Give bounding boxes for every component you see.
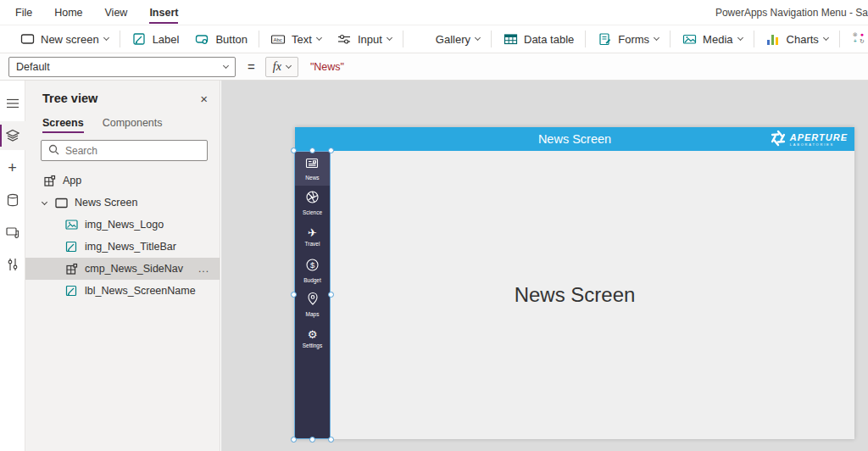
screen-icon <box>54 196 68 209</box>
tree-item-img-news-titlebar[interactable]: img_News_TitleBar <box>25 236 220 258</box>
search-input[interactable] <box>65 145 192 157</box>
search-box[interactable] <box>41 140 208 161</box>
canvas-workspace: News Screen <box>221 81 868 451</box>
resize-handle[interactable] <box>309 148 315 153</box>
ribbon-charts[interactable]: Charts <box>765 33 828 46</box>
title-bar-image[interactable]: News Screen <box>295 127 854 151</box>
nav-item-maps[interactable]: Maps <box>295 287 330 321</box>
powerapps-studio: File Home View Insert PowerApps Navigati… <box>0 0 868 451</box>
budget-icon: $ <box>305 258 320 276</box>
ribbon-data-table[interactable]: Data table <box>503 31 574 47</box>
studio-body: + Tree view × Screens Components <box>0 81 868 451</box>
tree-view-title: Tree view <box>42 92 97 105</box>
ribbon-button[interactable]: Button <box>194 31 248 47</box>
ribbon-text[interactable]: Abc Text <box>270 31 321 47</box>
ribbon-icons[interactable]: ⊗●+↻ Icons <box>851 31 868 47</box>
chevron-down-icon <box>654 35 659 41</box>
chevron-down-icon <box>823 35 829 41</box>
input-icon <box>337 31 352 47</box>
chevron-down-icon <box>223 62 229 68</box>
chevron-down-icon <box>316 35 322 41</box>
ribbon-input[interactable]: Input <box>337 31 392 47</box>
hamburger-icon[interactable] <box>0 89 25 118</box>
search-icon <box>48 143 59 159</box>
nav-item-travel[interactable]: ✈ Travel <box>295 220 330 253</box>
ribbon-separator <box>670 31 670 47</box>
tree-view-panel: Tree view × Screens Components App News … <box>25 81 220 451</box>
menu-bar: File Home View Insert PowerApps Navigati… <box>0 0 868 25</box>
app-icon <box>42 174 56 187</box>
svg-text:Abc: Abc <box>274 37 282 42</box>
tree-item-news-screen[interactable]: News Screen <box>25 192 220 214</box>
chevron-down-icon <box>387 35 392 41</box>
menu-insert[interactable]: Insert <box>149 7 178 19</box>
chevron-down-icon <box>103 35 109 41</box>
menu-file[interactable]: File <box>15 7 32 19</box>
tab-screens[interactable]: Screens <box>42 117 84 133</box>
close-icon[interactable]: × <box>200 92 208 105</box>
aperture-logo[interactable]: APERTURE LABORATORIES <box>770 130 848 150</box>
nav-item-news[interactable]: News <box>295 152 330 186</box>
resize-handle[interactable] <box>328 148 334 153</box>
media-pane-icon[interactable] <box>0 218 25 247</box>
menu-view[interactable]: View <box>105 7 128 19</box>
left-rail: + <box>0 81 25 451</box>
advanced-tools-icon[interactable] <box>0 250 25 279</box>
fx-button[interactable]: fx <box>265 57 298 77</box>
tree-item-cmp-news-sidenav[interactable]: cmp_News_SideNav ... <box>25 258 220 280</box>
nav-item-science[interactable]: Science <box>295 186 330 220</box>
resize-handle[interactable] <box>309 437 315 443</box>
ribbon-separator <box>120 31 120 47</box>
nav-item-settings[interactable]: ⚙ Settings <box>295 321 330 355</box>
menu-home[interactable]: Home <box>54 7 82 19</box>
formula-bar: Default = fx "News" <box>0 53 868 81</box>
tree-item-img-news-logo[interactable]: img_News_Logo <box>25 214 220 236</box>
aperture-logo-icon <box>770 130 787 150</box>
ribbon-separator <box>491 31 492 47</box>
nav-item-budget[interactable]: $ Budget <box>295 253 330 287</box>
formula-input[interactable]: "News" <box>310 61 344 73</box>
tab-components[interactable]: Components <box>103 117 163 133</box>
tree-item-lbl-news-screenname[interactable]: lbl_News_ScreenName <box>25 280 220 302</box>
resize-handle[interactable] <box>328 437 334 443</box>
resize-handle[interactable] <box>328 292 334 298</box>
logo-sub-text: LABORATORIES <box>790 143 848 147</box>
tree-item-app[interactable]: App <box>25 170 220 192</box>
text-icon: Abc <box>270 31 286 47</box>
button-icon <box>194 31 209 47</box>
label-icon <box>64 284 78 298</box>
label-icon <box>131 31 147 47</box>
tree-view-icon[interactable] <box>0 121 25 150</box>
resize-handle[interactable] <box>291 292 297 298</box>
gallery-icon <box>415 31 430 47</box>
ribbon-gallery[interactable]: Gallery <box>415 31 480 47</box>
insert-ribbon: New screen Label Button Abc Text Input G… <box>0 25 868 53</box>
ribbon-forms[interactable]: Forms <box>597 31 659 47</box>
new-screen-icon <box>19 31 35 47</box>
ribbon-label[interactable]: Label <box>131 31 180 47</box>
data-sources-icon[interactable] <box>0 186 25 214</box>
ribbon-separator <box>839 31 840 47</box>
add-icon[interactable]: + <box>0 153 25 182</box>
resize-handle[interactable] <box>291 148 297 153</box>
news-screen-canvas[interactable]: News Screen <box>295 127 854 439</box>
svg-text:$: $ <box>310 260 315 270</box>
ribbon-separator <box>754 31 754 47</box>
sidenav-component[interactable]: News Science ✈ Travel $ Budget Maps <box>294 151 331 439</box>
more-options-icon[interactable]: ... <box>198 263 209 275</box>
chevron-down-icon <box>286 62 292 68</box>
chevron-expanded-icon[interactable] <box>42 198 47 204</box>
property-selector[interactable]: Default <box>8 57 236 77</box>
forms-icon <box>597 31 612 47</box>
science-icon <box>305 190 320 208</box>
ribbon-separator <box>259 31 259 47</box>
maps-icon <box>306 292 320 309</box>
screen-name-label[interactable]: News Screen <box>295 283 854 307</box>
resize-handle[interactable] <box>291 437 297 443</box>
label-icon <box>64 240 78 253</box>
media-icon <box>682 31 697 47</box>
ribbon-new-screen[interactable]: New screen <box>19 31 108 47</box>
ribbon-separator <box>403 31 403 47</box>
component-icon <box>64 262 78 276</box>
ribbon-media[interactable]: Media <box>682 31 742 47</box>
